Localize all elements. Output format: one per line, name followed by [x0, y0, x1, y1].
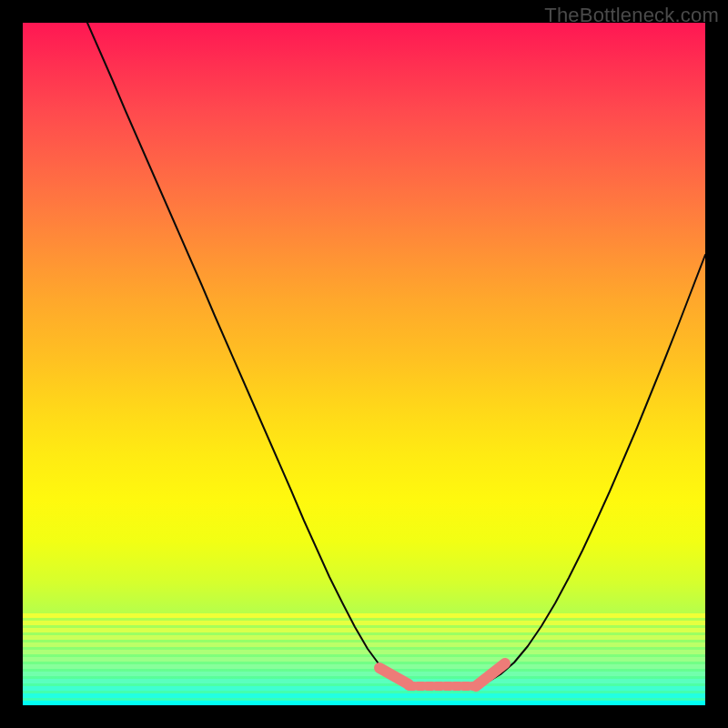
bottleneck-chart — [23, 23, 705, 705]
watermark-text: TheBottleneck.com — [544, 4, 719, 27]
bottleneck-curve — [87, 23, 705, 686]
tolerance-left — [379, 668, 409, 684]
curve-svg — [23, 23, 705, 705]
